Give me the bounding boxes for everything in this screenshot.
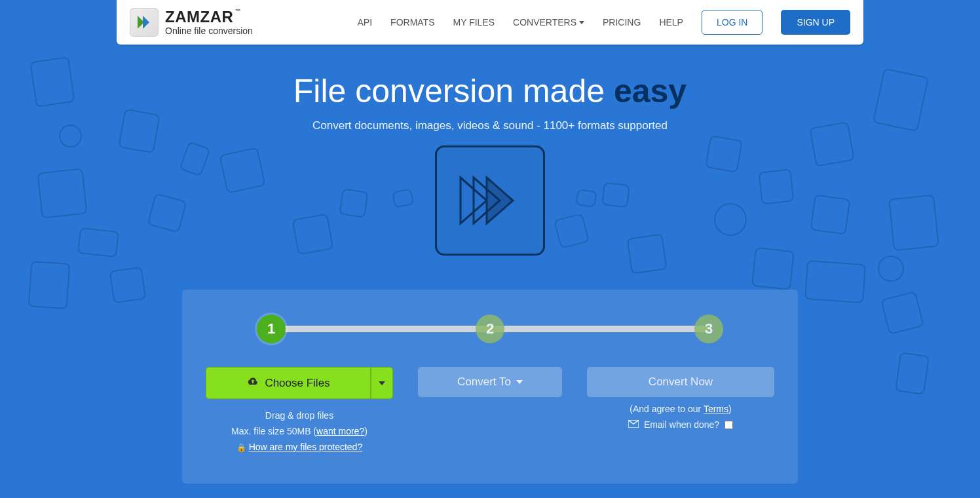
- converter-panel: 1 2 3 Choose Files Drag & drop files Max: [182, 290, 798, 484]
- max-size-hint: Max. file size 50MB (want more?): [206, 424, 393, 440]
- terms-row: (And agree to our Terms): [587, 404, 774, 414]
- main-nav: API FORMATS MY FILES CONVERTERS PRICING …: [358, 10, 850, 35]
- login-button[interactable]: LOG IN: [702, 10, 763, 35]
- choose-files-group: Choose Files: [206, 367, 393, 399]
- nav-pricing[interactable]: PRICING: [603, 17, 641, 28]
- chevron-down-icon: [579, 21, 584, 24]
- chevron-down-icon: [516, 380, 523, 384]
- email-when-done[interactable]: Email when done?: [587, 419, 774, 430]
- hero-title: File conversion made easy: [0, 72, 980, 110]
- nav-help[interactable]: HELP: [659, 17, 683, 28]
- hero: File conversion made easy Convert docume…: [0, 72, 980, 256]
- choose-files-dropdown[interactable]: [371, 367, 393, 399]
- upload-icon: [246, 376, 259, 390]
- choose-hints: Drag & drop files Max. file size 50MB (w…: [206, 408, 393, 455]
- actions-row: Choose Files Drag & drop files Max. file…: [206, 367, 774, 455]
- logo[interactable]: ZAMZAR™ Online file conversion: [130, 8, 253, 37]
- logo-title: ZAMZAR: [165, 8, 233, 26]
- steps: 1 2 3: [271, 315, 709, 343]
- files-protected-link[interactable]: How are my files protected?: [249, 442, 363, 452]
- nav-converters[interactable]: CONVERTERS: [513, 17, 584, 28]
- signup-button[interactable]: SIGN UP: [781, 10, 850, 35]
- choose-files-button[interactable]: Choose Files: [206, 367, 371, 399]
- nav-formats[interactable]: FORMATS: [390, 17, 434, 28]
- terms-link[interactable]: Terms: [704, 404, 728, 414]
- convert-now-button[interactable]: Convert Now: [587, 367, 774, 397]
- mail-icon: [628, 419, 639, 430]
- hero-icon: [435, 145, 545, 256]
- step-2: 2: [476, 315, 504, 343]
- email-checkbox[interactable]: [725, 421, 733, 429]
- logo-icon: [130, 8, 159, 37]
- step-1: 1: [257, 315, 286, 343]
- email-label: Email when done?: [644, 419, 719, 430]
- hero-subtitle: Convert documents, images, videos & soun…: [0, 119, 980, 132]
- convert-to-button[interactable]: Convert To: [418, 367, 562, 397]
- lock-icon: 🔒: [236, 443, 246, 452]
- chevron-down-icon: [379, 381, 385, 385]
- logo-trademark: ™: [235, 9, 241, 15]
- header: ZAMZAR™ Online file conversion API FORMA…: [117, 0, 863, 45]
- logo-subtitle: Online file conversion: [165, 26, 253, 36]
- step-3: 3: [694, 315, 723, 343]
- nav-myfiles[interactable]: MY FILES: [453, 17, 495, 28]
- want-more-link[interactable]: want more?: [316, 426, 364, 436]
- drag-drop-hint: Drag & drop files: [206, 408, 393, 424]
- nav-api[interactable]: API: [358, 17, 373, 28]
